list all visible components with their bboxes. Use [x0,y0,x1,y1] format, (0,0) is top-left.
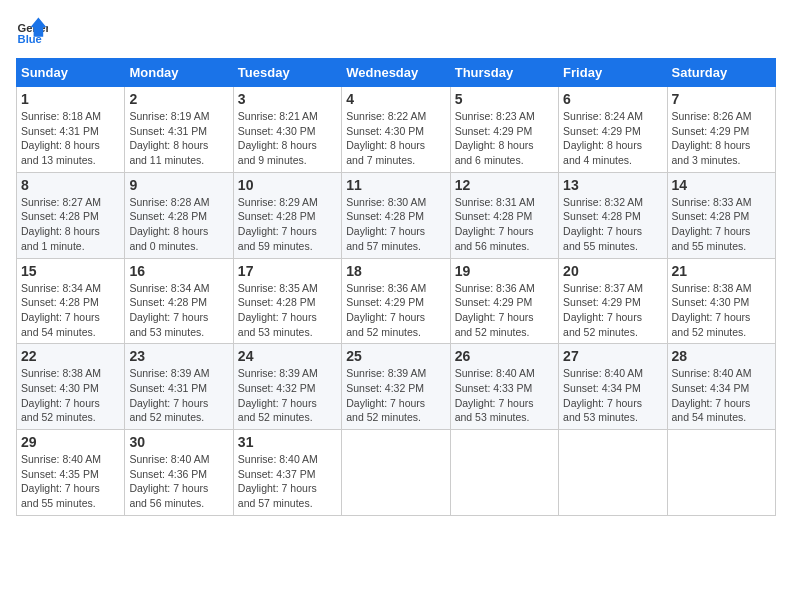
calendar-day-cell: 2Sunrise: 8:19 AM Sunset: 4:31 PM Daylig… [125,87,233,173]
weekday-header-wednesday: Wednesday [342,59,450,87]
calendar-day-cell: 22Sunrise: 8:38 AM Sunset: 4:30 PM Dayli… [17,344,125,430]
day-info: Sunrise: 8:36 AM Sunset: 4:29 PM Dayligh… [346,281,445,340]
day-info: Sunrise: 8:26 AM Sunset: 4:29 PM Dayligh… [672,109,771,168]
day-info: Sunrise: 8:40 AM Sunset: 4:34 PM Dayligh… [672,366,771,425]
calendar-day-cell: 16Sunrise: 8:34 AM Sunset: 4:28 PM Dayli… [125,258,233,344]
calendar-day-cell: 3Sunrise: 8:21 AM Sunset: 4:30 PM Daylig… [233,87,341,173]
day-info: Sunrise: 8:39 AM Sunset: 4:31 PM Dayligh… [129,366,228,425]
calendar-day-cell: 10Sunrise: 8:29 AM Sunset: 4:28 PM Dayli… [233,172,341,258]
calendar-day-cell: 30Sunrise: 8:40 AM Sunset: 4:36 PM Dayli… [125,430,233,516]
day-info: Sunrise: 8:24 AM Sunset: 4:29 PM Dayligh… [563,109,662,168]
day-number: 2 [129,91,228,107]
day-info: Sunrise: 8:40 AM Sunset: 4:34 PM Dayligh… [563,366,662,425]
day-info: Sunrise: 8:39 AM Sunset: 4:32 PM Dayligh… [238,366,337,425]
calendar-week-row: 8Sunrise: 8:27 AM Sunset: 4:28 PM Daylig… [17,172,776,258]
day-info: Sunrise: 8:32 AM Sunset: 4:28 PM Dayligh… [563,195,662,254]
day-number: 6 [563,91,662,107]
day-info: Sunrise: 8:29 AM Sunset: 4:28 PM Dayligh… [238,195,337,254]
calendar-day-cell: 20Sunrise: 8:37 AM Sunset: 4:29 PM Dayli… [559,258,667,344]
weekday-header-friday: Friday [559,59,667,87]
calendar-day-cell: 21Sunrise: 8:38 AM Sunset: 4:30 PM Dayli… [667,258,775,344]
day-number: 11 [346,177,445,193]
calendar-day-cell: 15Sunrise: 8:34 AM Sunset: 4:28 PM Dayli… [17,258,125,344]
day-number: 19 [455,263,554,279]
day-info: Sunrise: 8:18 AM Sunset: 4:31 PM Dayligh… [21,109,120,168]
calendar-day-cell: 6Sunrise: 8:24 AM Sunset: 4:29 PM Daylig… [559,87,667,173]
day-info: Sunrise: 8:34 AM Sunset: 4:28 PM Dayligh… [129,281,228,340]
day-info: Sunrise: 8:39 AM Sunset: 4:32 PM Dayligh… [346,366,445,425]
day-number: 4 [346,91,445,107]
day-info: Sunrise: 8:30 AM Sunset: 4:28 PM Dayligh… [346,195,445,254]
weekday-header-monday: Monday [125,59,233,87]
calendar-day-cell: 7Sunrise: 8:26 AM Sunset: 4:29 PM Daylig… [667,87,775,173]
weekday-header-tuesday: Tuesday [233,59,341,87]
day-number: 5 [455,91,554,107]
day-number: 10 [238,177,337,193]
day-number: 28 [672,348,771,364]
day-info: Sunrise: 8:23 AM Sunset: 4:29 PM Dayligh… [455,109,554,168]
day-number: 13 [563,177,662,193]
day-number: 29 [21,434,120,450]
day-number: 31 [238,434,337,450]
calendar-day-cell: 14Sunrise: 8:33 AM Sunset: 4:28 PM Dayli… [667,172,775,258]
calendar-week-row: 22Sunrise: 8:38 AM Sunset: 4:30 PM Dayli… [17,344,776,430]
day-number: 24 [238,348,337,364]
day-info: Sunrise: 8:31 AM Sunset: 4:28 PM Dayligh… [455,195,554,254]
empty-cell [667,430,775,516]
calendar-day-cell: 9Sunrise: 8:28 AM Sunset: 4:28 PM Daylig… [125,172,233,258]
calendar-day-cell: 27Sunrise: 8:40 AM Sunset: 4:34 PM Dayli… [559,344,667,430]
day-info: Sunrise: 8:27 AM Sunset: 4:28 PM Dayligh… [21,195,120,254]
day-info: Sunrise: 8:38 AM Sunset: 4:30 PM Dayligh… [21,366,120,425]
calendar-day-cell: 11Sunrise: 8:30 AM Sunset: 4:28 PM Dayli… [342,172,450,258]
day-info: Sunrise: 8:38 AM Sunset: 4:30 PM Dayligh… [672,281,771,340]
calendar-day-cell: 26Sunrise: 8:40 AM Sunset: 4:33 PM Dayli… [450,344,558,430]
calendar-day-cell: 28Sunrise: 8:40 AM Sunset: 4:34 PM Dayli… [667,344,775,430]
calendar-day-cell: 8Sunrise: 8:27 AM Sunset: 4:28 PM Daylig… [17,172,125,258]
logo: General Blue [16,16,48,48]
weekday-header-saturday: Saturday [667,59,775,87]
calendar-day-cell: 29Sunrise: 8:40 AM Sunset: 4:35 PM Dayli… [17,430,125,516]
day-info: Sunrise: 8:21 AM Sunset: 4:30 PM Dayligh… [238,109,337,168]
day-info: Sunrise: 8:36 AM Sunset: 4:29 PM Dayligh… [455,281,554,340]
day-number: 27 [563,348,662,364]
empty-cell [559,430,667,516]
day-info: Sunrise: 8:40 AM Sunset: 4:36 PM Dayligh… [129,452,228,511]
day-number: 1 [21,91,120,107]
day-number: 18 [346,263,445,279]
calendar-day-cell: 17Sunrise: 8:35 AM Sunset: 4:28 PM Dayli… [233,258,341,344]
calendar-day-cell: 25Sunrise: 8:39 AM Sunset: 4:32 PM Dayli… [342,344,450,430]
calendar-body: 1Sunrise: 8:18 AM Sunset: 4:31 PM Daylig… [17,87,776,516]
empty-cell [450,430,558,516]
calendar-day-cell: 5Sunrise: 8:23 AM Sunset: 4:29 PM Daylig… [450,87,558,173]
day-number: 30 [129,434,228,450]
calendar-header-row: SundayMondayTuesdayWednesdayThursdayFrid… [17,59,776,87]
calendar-day-cell: 1Sunrise: 8:18 AM Sunset: 4:31 PM Daylig… [17,87,125,173]
day-number: 25 [346,348,445,364]
day-number: 17 [238,263,337,279]
day-number: 8 [21,177,120,193]
day-number: 7 [672,91,771,107]
day-info: Sunrise: 8:40 AM Sunset: 4:33 PM Dayligh… [455,366,554,425]
day-info: Sunrise: 8:35 AM Sunset: 4:28 PM Dayligh… [238,281,337,340]
calendar-day-cell: 18Sunrise: 8:36 AM Sunset: 4:29 PM Dayli… [342,258,450,344]
day-number: 23 [129,348,228,364]
weekday-header-sunday: Sunday [17,59,125,87]
empty-cell [342,430,450,516]
day-info: Sunrise: 8:40 AM Sunset: 4:37 PM Dayligh… [238,452,337,511]
calendar-day-cell: 31Sunrise: 8:40 AM Sunset: 4:37 PM Dayli… [233,430,341,516]
calendar-day-cell: 13Sunrise: 8:32 AM Sunset: 4:28 PM Dayli… [559,172,667,258]
day-number: 3 [238,91,337,107]
day-number: 21 [672,263,771,279]
day-info: Sunrise: 8:34 AM Sunset: 4:28 PM Dayligh… [21,281,120,340]
calendar-table: SundayMondayTuesdayWednesdayThursdayFrid… [16,58,776,516]
calendar-week-row: 29Sunrise: 8:40 AM Sunset: 4:35 PM Dayli… [17,430,776,516]
calendar-week-row: 1Sunrise: 8:18 AM Sunset: 4:31 PM Daylig… [17,87,776,173]
calendar-day-cell: 19Sunrise: 8:36 AM Sunset: 4:29 PM Dayli… [450,258,558,344]
day-info: Sunrise: 8:22 AM Sunset: 4:30 PM Dayligh… [346,109,445,168]
day-number: 20 [563,263,662,279]
day-info: Sunrise: 8:19 AM Sunset: 4:31 PM Dayligh… [129,109,228,168]
day-number: 16 [129,263,228,279]
day-info: Sunrise: 8:28 AM Sunset: 4:28 PM Dayligh… [129,195,228,254]
day-number: 9 [129,177,228,193]
calendar-day-cell: 24Sunrise: 8:39 AM Sunset: 4:32 PM Dayli… [233,344,341,430]
